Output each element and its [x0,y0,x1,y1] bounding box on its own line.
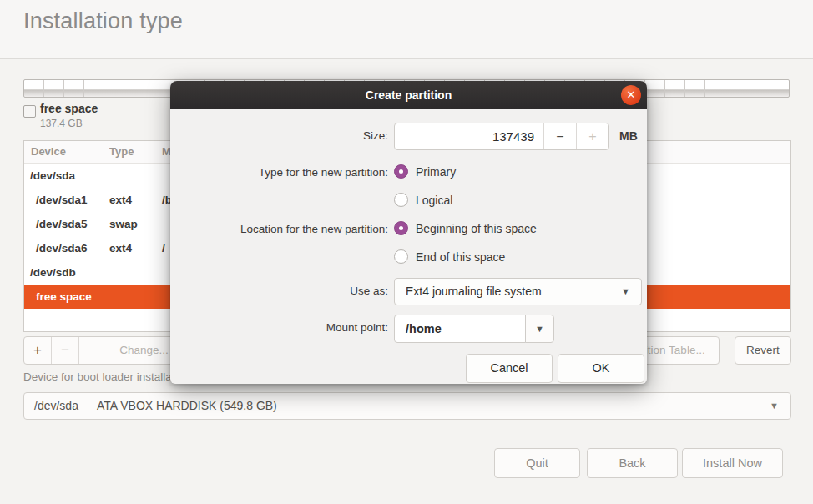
chevron-down-icon: ▼ [535,324,544,334]
plus-button[interactable]: + [576,123,608,149]
add-partition-button[interactable]: + [24,337,52,364]
ok-button[interactable]: OK [558,354,644,383]
use-as-value: Ext4 journaling file system [406,279,542,305]
install-now-button[interactable]: Install Now [682,448,783,478]
dialog-title: Create partition [170,81,647,109]
cell-device: free space [36,285,92,309]
create-partition-dialog: Create partition ✕ Size: 137439 − + MB T… [170,81,647,384]
col-header-type: Type [109,141,134,163]
remove-partition-button[interactable]: − [52,337,79,364]
radio-primary-label: Primary [416,164,456,180]
mount-point-value: /home [406,315,442,342]
cell-device: /dev/sda [30,164,75,188]
bootloader-device-description: ATA VBOX HARDDISK (549.8 GB) [97,393,277,419]
free-space-size: 137.4 GB [40,118,83,129]
type-label: Type for the new partition: [170,166,388,179]
page-title: Installation type [23,8,183,34]
radio-end[interactable] [394,249,408,264]
mount-point-dropdown-button[interactable]: ▼ [525,315,554,343]
radio-beginning-label: Beginning of this space [416,220,537,237]
cell-mount: / [162,236,165,260]
cell-type: swap [109,212,138,236]
bootloader-device-select[interactable]: /dev/sda ATA VBOX HARDDISK (549.8 GB) ▼ [23,392,791,420]
size-input[interactable]: 137439 [395,123,543,149]
cell-type: ext4 [109,236,132,260]
cell-device: /dev/sdb [30,260,76,285]
dialog-titlebar[interactable]: Create partition ✕ [170,81,647,109]
cell-device: /dev/sda5 [36,212,88,236]
installer-window: Installation type free space 137.4 GB De… [0,0,813,504]
back-button[interactable]: Back [587,448,678,478]
cancel-button[interactable]: Cancel [466,354,553,383]
col-header-device: Device [31,141,66,163]
radio-end-label: End of this space [416,249,505,265]
revert-button[interactable]: Revert [735,336,791,365]
minus-button[interactable]: − [543,123,576,149]
use-as-select[interactable]: Ext4 journaling file system ▼ [394,278,642,305]
size-spinbutton[interactable]: 137439 − + [394,123,609,150]
radio-primary-selected[interactable] [394,164,408,179]
size-label: Size: [170,129,388,142]
radio-beginning-selected[interactable] [394,221,408,235]
chevron-down-icon: ▼ [621,279,630,305]
close-icon[interactable]: ✕ [621,85,641,105]
mount-point-label: Mount point: [170,321,388,334]
size-unit: MB [619,123,638,150]
free-space-checkbox[interactable] [23,105,36,118]
mount-point-input[interactable]: /home [394,315,526,343]
chevron-down-icon: ▼ [770,393,779,419]
use-as-label: Use as: [170,285,388,297]
cell-device: /dev/sda6 [36,236,88,260]
quit-button[interactable]: Quit [494,448,580,478]
bootloader-device: /dev/sda [34,393,78,419]
free-space-label: free space [40,102,98,115]
cell-type: ext4 [109,188,132,212]
bootloader-label: Device for boot loader installation: [23,370,193,383]
location-label: Location for the new partition: [170,223,388,235]
radio-logical[interactable] [394,193,408,207]
cell-device: /dev/sda1 [36,188,88,212]
radio-logical-label: Logical [416,192,452,209]
